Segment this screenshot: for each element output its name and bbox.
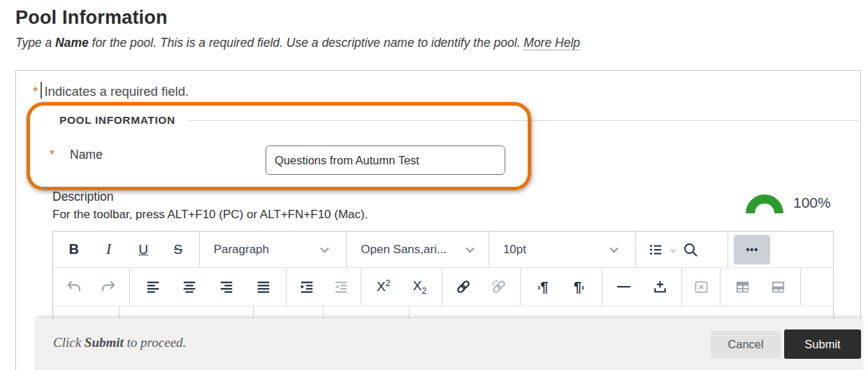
- name-input[interactable]: [266, 145, 505, 175]
- required-field-note: *Indicates a required field.: [33, 82, 189, 99]
- superscript-button[interactable]: X2: [370, 272, 398, 301]
- superscript-icon: X2: [377, 278, 390, 294]
- rich-text-editor: B I U S Paragraph Open Sans,ari... 10pt: [52, 231, 834, 322]
- undo-icon: [66, 278, 82, 295]
- align-right-button[interactable]: [212, 272, 240, 301]
- bullet-list-button[interactable]: [642, 235, 670, 264]
- remove-link-button[interactable]: [485, 272, 513, 301]
- chevron-down-icon: [320, 243, 329, 252]
- alignment-group: [130, 268, 287, 306]
- overflow-group: •••: [728, 232, 833, 267]
- align-left-button[interactable]: [139, 272, 167, 301]
- more-tools-button[interactable]: •••: [734, 235, 770, 264]
- justify-button[interactable]: [249, 272, 277, 301]
- section-divider: [188, 120, 860, 121]
- table-row-icon: [770, 279, 786, 295]
- horizontal-rule-button[interactable]: [610, 272, 638, 301]
- indent-group: [287, 268, 361, 306]
- page-embed-button[interactable]: [646, 272, 674, 301]
- text-style-group: B I U S: [53, 232, 200, 267]
- footer-instruction: Click Submit to proceed.: [53, 335, 186, 350]
- horizontal-rule-icon: [617, 286, 630, 287]
- x-box-icon: [693, 279, 709, 295]
- required-note-text: Indicates a required field.: [44, 84, 189, 99]
- align-right-icon: [219, 279, 234, 294]
- toolbar-row-1: B I U S Paragraph Open Sans,ari... 10pt: [53, 232, 833, 268]
- table-row-properties-button[interactable]: [765, 272, 793, 301]
- bullet-list-icon: [648, 242, 663, 257]
- name-required-asterisk: *: [50, 147, 55, 162]
- insert-table-button[interactable]: [729, 272, 757, 301]
- redo-button[interactable]: [94, 272, 122, 301]
- section-heading: POOL INFORMATION: [59, 114, 175, 127]
- bold-button[interactable]: B: [60, 235, 88, 264]
- subtitle-text-rest: for the pool. This is a required field. …: [89, 36, 524, 50]
- submit-button[interactable]: Submit: [784, 329, 861, 359]
- subtitle-bold-name: Name: [55, 36, 89, 50]
- unlink-icon: [491, 278, 507, 295]
- script-group: X2 X2: [361, 268, 442, 306]
- indent-button[interactable]: [293, 272, 321, 301]
- align-left-icon: [145, 279, 161, 294]
- table-group: [721, 268, 801, 306]
- link-icon: [455, 278, 472, 295]
- toolbar-hint: For the toolbar, press ALT+F10 (PC) or A…: [52, 208, 368, 222]
- more-help-link[interactable]: More Help: [523, 36, 580, 50]
- subtitle-text: Type a: [15, 36, 55, 50]
- search-icon: [682, 241, 699, 258]
- page-title: Pool Information: [15, 7, 168, 29]
- pilcrow-icon: ¶: [574, 279, 581, 295]
- paragraph-format-select[interactable]: Paragraph: [200, 232, 347, 267]
- accessibility-gauge-icon[interactable]: [746, 194, 783, 213]
- rtl-direction-button[interactable]: ¶‹: [565, 272, 593, 301]
- accessibility-score: 100%: [793, 194, 831, 211]
- pilcrow-icon: ¶: [540, 279, 548, 295]
- description-label: Description: [52, 190, 114, 204]
- underline-button[interactable]: U: [129, 235, 157, 264]
- undo-redo-group: [53, 268, 130, 306]
- page-subtitle: Type a Name for the pool. This is a requ…: [15, 36, 580, 50]
- chevron-down-icon: [609, 243, 619, 252]
- align-center-button[interactable]: [175, 272, 203, 301]
- paragraph-format-value: Paragraph: [200, 243, 269, 257]
- insert-group: [602, 268, 683, 306]
- indent-icon: [299, 279, 314, 294]
- name-label: Name: [70, 148, 103, 162]
- font-size-select[interactable]: 10pt: [489, 232, 636, 267]
- section-heading-row: POOL INFORMATION: [59, 114, 860, 127]
- footer-text: Click: [53, 335, 85, 350]
- list-search-group: [636, 232, 729, 267]
- footer-text-bold: Submit: [85, 335, 124, 350]
- outdent-icon: [333, 279, 349, 294]
- insert-link-button[interactable]: [449, 272, 477, 301]
- delete-cell-button[interactable]: [687, 272, 715, 301]
- rtl-arrow-icon: ‹: [581, 282, 584, 292]
- row2-tail: [801, 268, 833, 306]
- page-embed-icon: [652, 279, 668, 295]
- justify-icon: [256, 279, 271, 294]
- ltr-direction-button[interactable]: ›¶: [529, 272, 557, 301]
- required-asterisk: *: [33, 84, 38, 99]
- outdent-button[interactable]: [327, 272, 355, 301]
- cancel-button[interactable]: Cancel: [711, 331, 781, 358]
- font-size-value: 10pt: [489, 243, 526, 257]
- strikethrough-button[interactable]: S: [164, 235, 192, 264]
- redo-icon: [100, 278, 117, 295]
- italic-button[interactable]: I: [94, 235, 122, 264]
- list-options-caret-icon[interactable]: [670, 246, 675, 252]
- font-family-select[interactable]: Open Sans,ari...: [347, 232, 489, 267]
- undo-button[interactable]: [60, 272, 88, 301]
- link-group: [442, 268, 521, 306]
- text-cursor: [41, 82, 42, 99]
- subscript-icon: X2: [413, 278, 426, 296]
- table-icon: [735, 279, 751, 295]
- subscript-button[interactable]: X2: [405, 272, 433, 301]
- toolbar-row-2: X2 X2 ›¶ ¶‹: [53, 268, 833, 306]
- search-button[interactable]: [677, 235, 704, 264]
- footer-bar: Click Submit to proceed. Cancel Submit: [36, 318, 861, 370]
- font-family-value: Open Sans,ari...: [347, 243, 447, 257]
- align-center-icon: [182, 279, 197, 294]
- cell-clear-group: [682, 268, 721, 306]
- chevron-down-icon: [465, 243, 475, 252]
- footer-text-suffix: to proceed.: [124, 335, 187, 350]
